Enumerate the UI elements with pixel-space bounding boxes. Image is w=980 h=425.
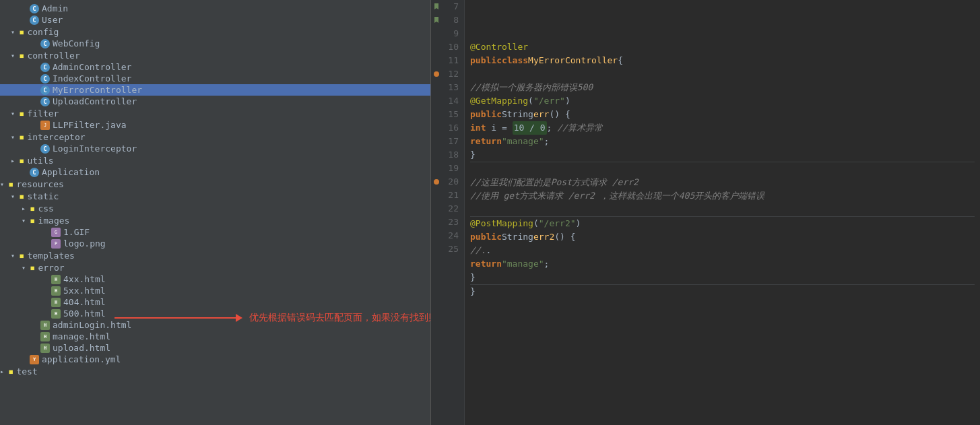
tree-item-admincontroller[interactable]: CAdminController (0, 61, 430, 73)
line-number-9: 9 (431, 27, 464, 40)
tree-label: upload.html (53, 343, 110, 353)
code-line-9 (470, 67, 975, 81)
folder-icon: ▪ (19, 155, 24, 166)
folder-icon: ▪ (19, 191, 24, 201)
tree-label: IndexController (53, 73, 131, 84)
tree-label: utils (27, 156, 53, 166)
tree-label: manage.html (53, 331, 110, 341)
code-line-13: int i = 10 / 0; //算术异常 (470, 121, 975, 135)
line-number-25: 25 (431, 242, 464, 256)
tree-label: UploadController (53, 96, 137, 106)
tree-item-4xx[interactable]: H4xx.html (0, 273, 430, 285)
tree-label: 500.html (63, 308, 106, 319)
tree-item-applicationyml[interactable]: Yapplication.yml (0, 354, 430, 365)
tree-label: filter (27, 108, 59, 119)
tree-label: 4xx.html (63, 274, 106, 284)
code-line-12: public String err() { (470, 108, 975, 121)
folder-open-arrow (22, 217, 30, 224)
folder-open-arrow (22, 264, 30, 271)
tree-label: AdminController (53, 62, 131, 72)
tree-item-application[interactable]: CApplication (0, 166, 430, 178)
line-number-23: 23 (431, 216, 464, 229)
debug-gutter-icon (432, 70, 440, 78)
tree-item-user[interactable]: CUser (0, 14, 430, 26)
tree-label: 5xx.html (63, 286, 106, 296)
tree-item-controller[interactable]: ▪controller (0, 49, 430, 61)
tree-item-interceptor[interactable]: ▪interceptor (0, 131, 430, 143)
folder-open-arrow (11, 52, 19, 59)
folder-icon: ▪ (19, 108, 24, 119)
svg-point-0 (434, 71, 439, 77)
code-line-19 (470, 203, 975, 216)
code-line-22: //.. (470, 244, 975, 257)
tree-item-admin[interactable]: CAdmin (0, 3, 430, 14)
line-number-7: 7 (431, 0, 464, 13)
code-line-23: return "manage"; (470, 257, 975, 271)
folder-icon: ▪ (30, 215, 35, 226)
tree-item-images[interactable]: ▪images (0, 214, 430, 226)
folder-icon: ▪ (19, 250, 24, 261)
tree-label: LLPFilter.java (53, 120, 127, 130)
line-number-11: 11 (431, 54, 464, 67)
tree-item-templates[interactable]: ▪templates (0, 249, 430, 261)
tree-item-uploadcontroller[interactable]: CUploadController (0, 96, 430, 107)
line-number-22: 22 (431, 202, 464, 216)
tree-item-static[interactable]: ▪static (0, 190, 430, 202)
folder-open-arrow (11, 193, 19, 200)
folder-icon: ▪ (30, 262, 35, 273)
tree-item-logopng[interactable]: Plogo.png (0, 238, 430, 249)
code-content: @Controllerpublic class MyErrorControlle… (465, 0, 980, 425)
tree-label: User (42, 15, 63, 25)
tree-label: css (38, 203, 53, 214)
line-number-8: 8 (431, 13, 464, 27)
line-number-18: 18 (431, 148, 464, 162)
tree-label: images (38, 216, 69, 226)
tree-label: controller (27, 51, 79, 61)
tree-item-resources[interactable]: ▪resources (0, 178, 430, 190)
file-tree[interactable]: CAdminCUser▪configCWebConfig▪controllerC… (0, 0, 431, 425)
tree-label: 1.GIF (63, 227, 90, 237)
tree-item-test[interactable]: ▪test (0, 365, 430, 377)
tree-label: 404.html (63, 297, 106, 307)
tree-item-gif1[interactable]: G1.GIF (0, 226, 430, 238)
tree-label: WebConfig (53, 38, 100, 48)
tree-item-upload[interactable]: Hupload.html (0, 342, 430, 354)
line-number-12: 12 (431, 67, 464, 81)
folder-icon: ▪ (19, 131, 24, 142)
line-number-20: 20 (431, 175, 464, 189)
tree-item-error[interactable]: ▪error (0, 261, 430, 273)
tree-item-404[interactable]: H404.html (0, 296, 430, 308)
tree-item-llpfilter[interactable]: JLLPFilter.java (0, 119, 430, 131)
annotation-text: 优先根据错误码去匹配页面，如果没有找到则匹配错误码首个数字大头的xx页面 (249, 312, 431, 324)
folder-open-arrow (11, 133, 19, 141)
tree-item-webconfig[interactable]: CWebConfig (0, 38, 430, 49)
code-line-18: //使用 get方式来请求 /err2 ，这样就会出现一个405开头的客户端错误 (470, 189, 975, 203)
svg-point-1 (434, 179, 439, 185)
tree-item-css[interactable]: ▪css (0, 202, 430, 214)
tree-label: Application (42, 167, 100, 177)
code-line-7: @Controller (470, 40, 975, 54)
code-line-14: return "manage"; (470, 135, 975, 148)
line-number-17: 17 (431, 135, 464, 148)
folder-open-arrow (11, 110, 19, 117)
tree-label: config (27, 27, 59, 37)
line-number-21: 21 (431, 189, 464, 202)
line-number-24: 24 (431, 229, 464, 242)
tree-item-5xx[interactable]: H5xx.html (0, 285, 430, 296)
folder-icon: ▪ (30, 203, 35, 214)
tree-label: resources (16, 179, 63, 189)
line-number-16: 16 (431, 121, 464, 135)
tree-label: MyErrorController (53, 85, 142, 95)
tree-item-logininterceptor[interactable]: CLoginInterceptor (0, 143, 430, 154)
bookmark-gutter-icon (432, 16, 440, 24)
tree-item-manage[interactable]: Hmanage.html (0, 331, 430, 342)
tree-item-filter[interactable]: ▪filter (0, 107, 430, 119)
code-line-24: } (470, 271, 975, 284)
tree-item-config[interactable]: ▪config (0, 26, 430, 38)
tree-item-indexcontroller[interactable]: CIndexController (0, 73, 430, 84)
folder-icon: ▪ (19, 26, 24, 37)
tree-label: templates (27, 251, 74, 261)
tree-item-myerrorcontroller[interactable]: CMyErrorController (0, 84, 430, 96)
code-line-16 (470, 162, 975, 176)
tree-item-utils[interactable]: ▪utils (0, 154, 430, 166)
